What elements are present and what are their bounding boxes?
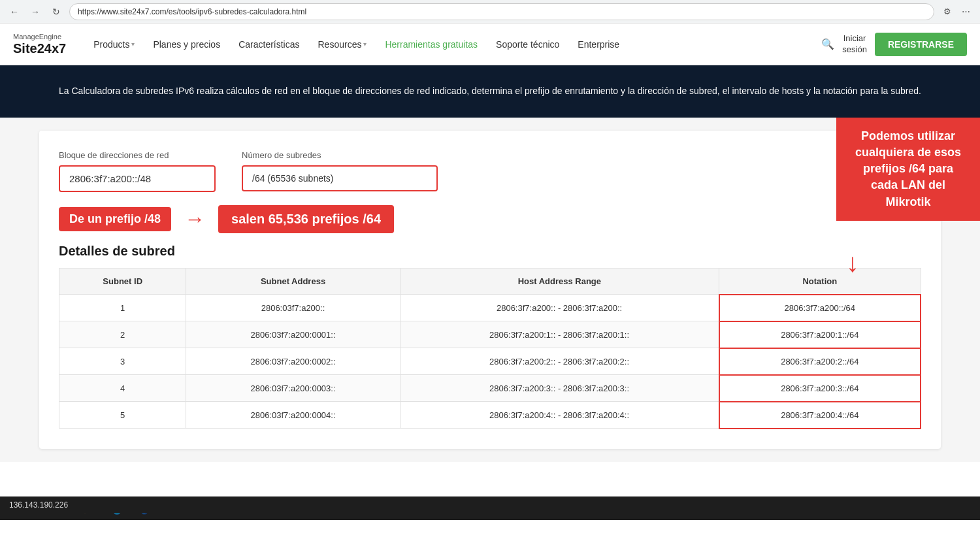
nav-herramientas[interactable]: Herramientas gratuitas: [377, 34, 485, 55]
cell-subnet-address: 2806:03f7:a200:0002::: [186, 348, 400, 375]
cell-notation: 2806:3f7:a200:1::/64: [719, 321, 921, 348]
hero-banner: La Calculadora de subredes IPv6 realiza …: [0, 65, 980, 118]
col-subnet-address: Subnet Address: [186, 268, 400, 295]
table-row: 52806:03f7:a200:0004::2806:3f7:a200:4:: …: [59, 402, 921, 429]
nav-caracteristicas[interactable]: Características: [231, 34, 307, 55]
col-notation: Notation: [719, 268, 921, 295]
cell-host-range: 2806:3f7:a200:4:: - 2806:3f7:a200:4::: [400, 402, 719, 429]
nav-right: 🔍 Iniciarsesión REGISTRARSE: [821, 33, 967, 56]
table-row: 32806:03f7:a200:0002::2806:3f7:a200:2:: …: [59, 348, 921, 375]
arrow-right-icon: →: [184, 208, 205, 229]
col-subnet-id: Subnet ID: [59, 268, 186, 295]
cell-notation: 2806:3f7:a200:2::/64: [719, 348, 921, 375]
nav-planes-label: Planes y precios: [153, 39, 220, 50]
main-content: Podemos utilizar cualquiera de esos pref…: [0, 118, 980, 462]
down-arrow-icon: ↓: [846, 248, 859, 278]
table-row: 12806:03f7:a200::2806:3f7:a200:: - 2806:…: [59, 295, 921, 321]
cell-subnet-id: 4: [59, 375, 186, 402]
nav-links: Products ▾ Planes y precios Característi…: [86, 34, 802, 55]
nav-caracteristicas-label: Características: [238, 39, 299, 50]
subnet-count-input[interactable]: [242, 165, 438, 191]
nav-soporte[interactable]: Soporte técnico: [488, 34, 567, 55]
chevron-down-icon: ▾: [131, 41, 135, 48]
nav-products[interactable]: Products ▾: [86, 34, 142, 55]
cell-subnet-id: 1: [59, 295, 186, 321]
logo[interactable]: ManageEngine Site24x7: [13, 33, 66, 55]
table-header-row: Subnet ID Subnet Address Host Address Ra…: [59, 268, 921, 295]
calculator-card: Bloque de direcciones de red Número de s…: [39, 131, 941, 449]
nav-resources[interactable]: Resources ▾: [310, 34, 375, 55]
section-heading: Detalles de subred: [59, 244, 921, 259]
register-button[interactable]: REGISTRARSE: [875, 33, 967, 56]
search-icon[interactable]: 🔍: [821, 38, 834, 50]
side-annotation-box: Podemos utilizar cualquiera de esos pref…: [836, 118, 980, 221]
annotation-row: De un prefijo /48 → salen 65,536 prefijo…: [59, 205, 921, 233]
cell-notation: 2806:3f7:a200::/64: [719, 295, 921, 321]
back-button[interactable]: ←: [7, 4, 22, 20]
cell-subnet-address: 2806:03f7:a200:0003::: [186, 375, 400, 402]
chevron-down-icon-2: ▾: [363, 41, 367, 48]
cell-host-range: 2806:3f7:a200:1:: - 2806:3f7:a200:1::: [400, 321, 719, 348]
cell-subnet-id: 2: [59, 321, 186, 348]
nav-soporte-label: Soporte técnico: [496, 39, 559, 50]
logo-bottom: Site24x7: [13, 41, 66, 56]
field-group-1: Bloque de direcciones de red: [59, 150, 216, 192]
browser-bar: ← → ↻ ⚙ ⋯: [0, 0, 980, 24]
cell-subnet-id: 5: [59, 402, 186, 429]
nav-products-label: Products: [93, 39, 129, 50]
hero-text: La Calculadora de subredes IPv6 realiza …: [13, 84, 967, 99]
navbar: ManageEngine Site24x7 Products ▾ Planes …: [0, 24, 980, 65]
nav-planes[interactable]: Planes y precios: [145, 34, 228, 55]
cell-host-range: 2806:3f7:a200:2:: - 2806:3f7:a200:2::: [400, 348, 719, 375]
cell-subnet-id: 3: [59, 348, 186, 375]
nav-herramientas-label: Herramientas gratuitas: [385, 39, 478, 50]
signin-link[interactable]: Iniciarsesión: [842, 33, 867, 56]
result-label-box: salen 65,536 prefijos /64: [218, 205, 394, 233]
browser-toolbar: ⚙ ⋯: [939, 4, 973, 20]
field2-label: Número de subredes: [242, 150, 438, 160]
col-host-range: Host Address Range: [400, 268, 719, 295]
field-group-2: Número de subredes: [242, 150, 438, 191]
logo-top: ManageEngine: [13, 33, 66, 41]
extensions-button[interactable]: ⚙: [939, 4, 955, 20]
cell-subnet-address: 2806:03f7:a200:0004::: [186, 402, 400, 429]
cell-host-range: 2806:3f7:a200:: - 2806:3f7:a200::: [400, 295, 719, 321]
forward-button[interactable]: →: [27, 4, 43, 20]
cell-notation: 2806:3f7:a200:4::/64: [719, 402, 921, 429]
cell-notation: 2806:3f7:a200:3::/64: [719, 375, 921, 402]
cell-subnet-address: 2806:03f7:a200:0001::: [186, 321, 400, 348]
cell-host-range: 2806:3f7:a200:3:: - 2806:3f7:a200:3::: [400, 375, 719, 402]
cell-subnet-address: 2806:03f7:a200::: [186, 295, 400, 321]
network-block-input[interactable]: [59, 165, 216, 192]
nav-enterprise-label: Enterprise: [578, 39, 619, 50]
menu-button[interactable]: ⋯: [958, 4, 973, 20]
table-row: 42806:03f7:a200:0003::2806:3f7:a200:3:: …: [59, 375, 921, 402]
calc-fields: Bloque de direcciones de red Número de s…: [59, 150, 921, 192]
nav-enterprise[interactable]: Enterprise: [570, 34, 627, 55]
prefix-label-box: De un prefijo /48: [59, 207, 171, 231]
field1-label: Bloque de direcciones de red: [59, 150, 216, 160]
url-bar[interactable]: [69, 3, 934, 20]
refresh-button[interactable]: ↻: [48, 4, 64, 20]
table-row: 22806:03f7:a200:0001::2806:3f7:a200:1:: …: [59, 321, 921, 348]
subnet-table: Subnet ID Subnet Address Host Address Ra…: [59, 268, 921, 429]
nav-resources-label: Resources: [318, 39, 362, 50]
